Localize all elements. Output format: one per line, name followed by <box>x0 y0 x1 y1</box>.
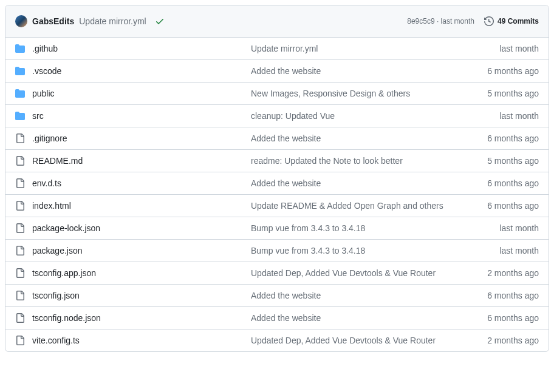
file-commit-link[interactable]: Updated Dep, Added Vue Devtools & Vue Ro… <box>251 268 436 278</box>
file-commit-message: Added the website <box>251 291 460 300</box>
author-link[interactable]: GabsEdits <box>32 16 74 26</box>
file-row: .vscodeAdded the website6 months ago <box>5 60 549 83</box>
commit-time: last month <box>441 17 474 25</box>
file-commit-link[interactable]: Added the website <box>251 66 321 76</box>
file-name-link[interactable]: package-lock.json <box>32 223 100 233</box>
file-commit-message: Bump vue from 3.4.3 to 3.4.18 <box>251 223 460 233</box>
file-age: last month <box>460 246 539 255</box>
file-commit-message: Update README & Added Open Graph and oth… <box>251 201 460 211</box>
file-age: 2 months ago <box>460 336 539 345</box>
file-name: env.d.ts <box>32 178 251 188</box>
file-row: package.jsonBump vue from 3.4.3 to 3.4.1… <box>5 240 549 262</box>
avatar[interactable] <box>15 15 27 27</box>
commits-history-link[interactable]: 49 Commits <box>484 16 539 26</box>
file-row: env.d.tsAdded the website6 months ago <box>5 172 549 195</box>
file-commit-link[interactable]: Bump vue from 3.4.3 to 3.4.18 <box>251 223 365 233</box>
file-age: 2 months ago <box>460 268 539 278</box>
file-commit-message: cleanup: Updated Vue <box>251 111 460 121</box>
file-row: index.htmlUpdate README & Added Open Gra… <box>5 195 549 217</box>
file-commit-message: readme: Updated the Note to look better <box>251 156 460 166</box>
file-row: publicNew Images, Responsive Design & ot… <box>5 83 549 105</box>
file-age: last month <box>460 223 539 233</box>
commit-meta-block: 8e9c5c9 · last month 49 Commits <box>407 16 539 26</box>
file-name: index.html <box>32 201 251 211</box>
file-name-link[interactable]: .gitignore <box>32 133 67 143</box>
file-commit-message: Updated Dep, Added Vue Devtools & Vue Ro… <box>251 336 460 345</box>
latest-commit-header: GabsEdits Update mirror.yml 8e9c5c9 · la… <box>5 5 549 38</box>
file-age: 5 months ago <box>460 156 539 166</box>
history-icon <box>484 16 494 26</box>
file-age: 6 months ago <box>460 66 539 76</box>
file-age: last month <box>460 111 539 121</box>
file-name-link[interactable]: tsconfig.app.json <box>32 268 96 278</box>
file-name: .github <box>32 44 251 53</box>
folder-icon <box>15 66 25 76</box>
file-commit-message: Updated Dep, Added Vue Devtools & Vue Ro… <box>251 268 460 278</box>
file-name-link[interactable]: vite.config.ts <box>32 336 80 345</box>
file-commit-link[interactable]: Added the website <box>251 178 321 188</box>
folder-icon <box>15 111 25 121</box>
file-commit-link[interactable]: Bump vue from 3.4.3 to 3.4.18 <box>251 246 365 255</box>
file-commit-message: Added the website <box>251 313 460 323</box>
file-age: 6 months ago <box>460 133 539 143</box>
file-commit-link[interactable]: cleanup: Updated Vue <box>251 111 335 121</box>
file-age: 6 months ago <box>460 178 539 188</box>
file-row: tsconfig.node.jsonAdded the website6 mon… <box>5 307 549 329</box>
file-name-link[interactable]: .vscode <box>32 66 61 76</box>
file-age: last month <box>460 44 539 53</box>
file-commit-link[interactable]: Added the website <box>251 313 321 323</box>
file-row: vite.config.tsUpdated Dep, Added Vue Dev… <box>5 329 549 351</box>
file-commit-message: Update mirror.yml <box>251 44 460 53</box>
commit-author-block: GabsEdits Update mirror.yml <box>15 15 165 27</box>
file-age: 5 months ago <box>460 89 539 98</box>
file-list: .githubUpdate mirror.ymllast month.vscod… <box>5 38 549 351</box>
file-row: .gitignoreAdded the website6 months ago <box>5 127 549 150</box>
file-commit-link[interactable]: Updated Dep, Added Vue Devtools & Vue Ro… <box>251 336 436 345</box>
file-name-link[interactable]: .github <box>32 44 58 53</box>
file-icon <box>15 313 25 323</box>
folder-icon <box>15 44 25 53</box>
file-name: src <box>32 111 251 121</box>
file-commit-link[interactable]: Added the website <box>251 133 321 143</box>
file-name: README.md <box>32 156 251 166</box>
file-commit-link[interactable]: Update mirror.yml <box>251 44 318 53</box>
folder-icon <box>15 89 25 98</box>
file-name-link[interactable]: package.json <box>32 246 83 255</box>
file-commit-link[interactable]: New Images, Responsive Design & others <box>251 89 410 98</box>
file-age: 6 months ago <box>460 313 539 323</box>
file-name: vite.config.ts <box>32 336 251 345</box>
file-icon <box>15 133 25 143</box>
commit-meta: 8e9c5c9 · last month <box>407 17 474 25</box>
file-commit-link[interactable]: Update README & Added Open Graph and oth… <box>251 201 443 211</box>
file-name-link[interactable]: env.d.ts <box>32 178 61 188</box>
file-name: .vscode <box>32 66 251 76</box>
file-icon <box>15 223 25 233</box>
file-name: package-lock.json <box>32 223 251 233</box>
file-commit-message: Added the website <box>251 133 460 143</box>
file-name: public <box>32 89 251 98</box>
checks-success-icon[interactable] <box>155 16 165 26</box>
file-row: .githubUpdate mirror.ymllast month <box>5 38 549 60</box>
file-name-link[interactable]: public <box>32 89 55 98</box>
file-name: tsconfig.node.json <box>32 313 251 323</box>
file-icon <box>15 268 25 278</box>
file-icon <box>15 336 25 345</box>
file-tree-container: GabsEdits Update mirror.yml 8e9c5c9 · la… <box>5 5 549 352</box>
file-name: package.json <box>32 246 251 255</box>
file-icon <box>15 156 25 166</box>
file-name-link[interactable]: tsconfig.node.json <box>32 313 101 323</box>
file-commit-message: Added the website <box>251 178 460 188</box>
file-row: README.mdreadme: Updated the Note to loo… <box>5 150 549 172</box>
commit-sha-link[interactable]: 8e9c5c9 <box>407 17 434 25</box>
file-commit-link[interactable]: Added the website <box>251 291 321 300</box>
file-name-link[interactable]: index.html <box>32 201 71 211</box>
commit-message-link[interactable]: Update mirror.yml <box>79 16 146 26</box>
file-row: srccleanup: Updated Vuelast month <box>5 105 549 127</box>
file-name-link[interactable]: tsconfig.json <box>32 291 80 300</box>
file-commit-message: Added the website <box>251 66 460 76</box>
file-commit-link[interactable]: readme: Updated the Note to look better <box>251 156 403 166</box>
file-name-link[interactable]: src <box>32 111 44 121</box>
file-commit-message: Bump vue from 3.4.3 to 3.4.18 <box>251 246 460 255</box>
file-name-link[interactable]: README.md <box>32 156 83 166</box>
file-name: tsconfig.app.json <box>32 268 251 278</box>
